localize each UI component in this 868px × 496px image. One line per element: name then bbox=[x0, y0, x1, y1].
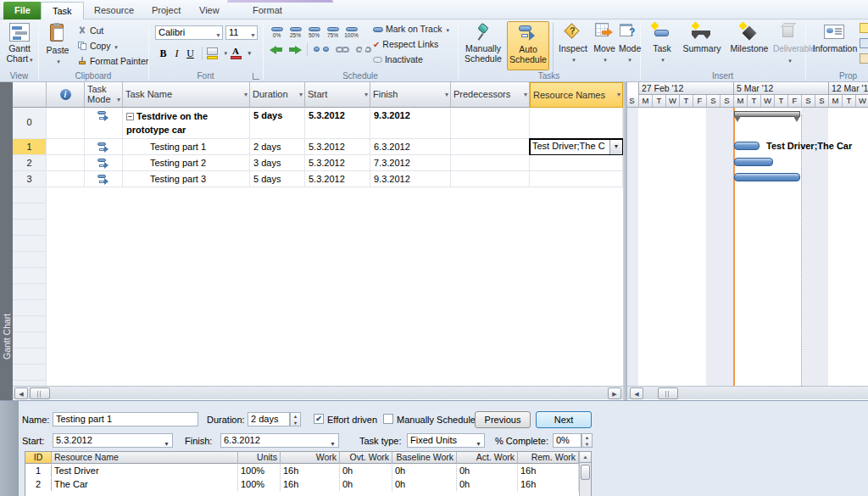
scroll-up-button[interactable]: ▲ bbox=[580, 452, 591, 463]
outdent-task-button[interactable] bbox=[270, 43, 283, 55]
start-cell[interactable]: 5.3.2012 bbox=[305, 139, 370, 155]
filter-arrow-icon[interactable]: ▾ bbox=[244, 90, 248, 100]
manually-scheduled-checkbox[interactable] bbox=[383, 414, 393, 424]
rg-units[interactable]: 100% bbox=[238, 478, 281, 491]
filter-arrow-icon[interactable]: ▾ bbox=[117, 95, 120, 105]
pct-100-button[interactable]: 100% bbox=[342, 23, 360, 37]
tab-view[interactable]: View bbox=[188, 2, 231, 20]
start-cell[interactable]: 5.3.2012 bbox=[305, 155, 370, 171]
copy-button[interactable]: Copy ▾ bbox=[78, 39, 118, 53]
details-icon[interactable] bbox=[860, 38, 868, 48]
font-dialog-launcher[interactable] bbox=[253, 73, 259, 80]
rg-header-baseline-work[interactable]: Baseline Work bbox=[392, 452, 457, 464]
filter-arrow-icon[interactable]: ▾ bbox=[445, 90, 448, 100]
rg-header-rem-work[interactable]: Rem. Work bbox=[518, 452, 579, 464]
info-column-header[interactable]: i bbox=[47, 82, 85, 108]
row-id-selected[interactable]: 1 bbox=[13, 139, 47, 155]
tab-format[interactable]: Format bbox=[242, 2, 293, 20]
start-cell[interactable]: 5.3.2012 bbox=[305, 171, 370, 187]
pct-50-button[interactable]: 50% bbox=[305, 23, 323, 37]
scrollbar-thumb[interactable] bbox=[658, 387, 678, 399]
rg-header-work[interactable]: Work bbox=[281, 452, 340, 464]
predecessors-cell[interactable] bbox=[451, 108, 530, 139]
notes-icon[interactable] bbox=[860, 23, 868, 33]
mode-button[interactable]: ? Mode ▾ bbox=[619, 21, 639, 70]
rg-header-resource-name[interactable]: Resource Name bbox=[52, 452, 238, 464]
unlink-tasks-button[interactable] bbox=[356, 43, 371, 55]
rg-act-work[interactable]: 0h bbox=[457, 478, 518, 491]
scroll-left-button[interactable]: ◀ bbox=[14, 387, 28, 399]
combo-arrow-icon[interactable]: ▼ bbox=[250, 29, 256, 42]
split-task-button[interactable] bbox=[314, 43, 329, 55]
task-name-cell[interactable]: Testing part 2 bbox=[123, 155, 250, 171]
pct-75-button[interactable]: 75% bbox=[324, 23, 342, 37]
scroll-right-button[interactable]: ▶ bbox=[608, 387, 621, 399]
format-painter-button[interactable]: Format Painter bbox=[78, 54, 148, 68]
row-id[interactable]: 0 bbox=[13, 108, 47, 139]
header-start[interactable]: Start ▾ bbox=[305, 82, 370, 108]
rg-header-units[interactable]: Units bbox=[238, 452, 281, 464]
header-task-mode[interactable]: Task Mode ▾ bbox=[85, 82, 123, 108]
pct-25-button[interactable]: 25% bbox=[287, 23, 304, 37]
inspect-button[interactable]: ? Inspect ▾ bbox=[556, 21, 590, 70]
resource-names-edit-cell[interactable]: Test Driver;The C ▼ bbox=[529, 138, 624, 156]
row-id[interactable]: 2 bbox=[13, 155, 47, 171]
rg-act-work[interactable]: 0h bbox=[457, 465, 518, 477]
header-finish[interactable]: Finish ▾ bbox=[370, 82, 451, 108]
rg-resource-name[interactable]: Test Driver bbox=[52, 465, 238, 477]
scroll-left-button[interactable]: ◀ bbox=[630, 387, 643, 399]
task-name-cell[interactable]: Testing part 1 bbox=[123, 139, 250, 155]
rg-ovt-work[interactable]: 0h bbox=[340, 465, 392, 477]
resource-cell[interactable] bbox=[530, 108, 623, 139]
font-family-combo[interactable]: Calibri ▼ bbox=[155, 25, 223, 40]
task-mode-cell[interactable] bbox=[85, 171, 123, 187]
task-gantt-bar[interactable] bbox=[734, 142, 760, 150]
duration-cell[interactable]: 5 days bbox=[250, 171, 305, 187]
mark-on-track-button[interactable]: Mark on Track ▾ bbox=[373, 22, 449, 36]
duration-input[interactable]: 2 days bbox=[248, 412, 290, 426]
duration-spinner[interactable]: ▲ ▼ bbox=[290, 412, 301, 426]
timeline-icon[interactable] bbox=[860, 53, 868, 64]
rg-work[interactable]: 16h bbox=[281, 478, 340, 491]
combo-arrow-icon[interactable]: ▼ bbox=[476, 437, 481, 450]
underline-button[interactable]: U bbox=[184, 47, 197, 60]
effort-driven-checkbox[interactable]: ✔ bbox=[314, 414, 324, 424]
insert-deliverable-button[interactable]: Deliverable ▾ bbox=[773, 21, 805, 70]
font-color-button[interactable]: A ▾ bbox=[231, 47, 251, 60]
finish-cell[interactable]: 9.3.2012 bbox=[370, 171, 451, 187]
duration-cell[interactable]: 5 days bbox=[250, 108, 305, 139]
rg-rem-work[interactable]: 16h bbox=[518, 465, 579, 477]
insert-task-button[interactable]: Task ▾ bbox=[646, 21, 678, 70]
rg-rem-work[interactable]: 16h bbox=[518, 478, 579, 491]
header-predecessors[interactable]: Predecessors ▾ bbox=[451, 82, 530, 108]
header-resource-names[interactable]: Resource Names ▾ bbox=[530, 82, 623, 108]
row-id[interactable]: 3 bbox=[13, 171, 47, 187]
filter-arrow-icon[interactable]: ▾ bbox=[299, 90, 303, 100]
resource-cell[interactable] bbox=[530, 155, 623, 171]
pct-complete-input[interactable]: 0% bbox=[553, 433, 581, 448]
respect-links-button[interactable]: ✔ Respect Links bbox=[373, 37, 438, 51]
summary-gantt-bar[interactable] bbox=[734, 111, 800, 117]
chevron-down-icon[interactable]: ▾ bbox=[224, 50, 227, 57]
chevron-down-icon[interactable]: ▾ bbox=[248, 50, 251, 57]
rg-baseline-work[interactable]: 0h bbox=[392, 478, 457, 491]
move-button[interactable]: Move ▾ bbox=[590, 21, 619, 70]
start-cell[interactable]: 5.3.2012 bbox=[305, 108, 370, 139]
link-tasks-button[interactable] bbox=[336, 43, 351, 55]
finish-cell[interactable]: 7.3.2012 bbox=[370, 155, 451, 171]
combo-arrow-icon[interactable]: ▼ bbox=[164, 437, 170, 450]
filter-arrow-icon[interactable]: ▾ bbox=[617, 90, 620, 100]
spin-down-icon[interactable]: ▼ bbox=[291, 420, 300, 426]
corner-header-cell[interactable] bbox=[13, 82, 47, 108]
inactivate-button[interactable]: Inactivate bbox=[373, 53, 423, 66]
finish-cell[interactable]: 9.3.2012 bbox=[370, 108, 451, 139]
task-name-cell[interactable]: −Testdrive on the prototype car bbox=[123, 108, 250, 139]
scrollbar-thumb[interactable] bbox=[30, 387, 50, 399]
font-size-combo[interactable]: 11 ▼ bbox=[225, 25, 258, 40]
rg-units[interactable]: 100% bbox=[238, 465, 281, 477]
name-input[interactable]: Testing part 1 bbox=[53, 412, 198, 426]
manually-schedule-button[interactable]: Manually Schedule bbox=[461, 21, 505, 70]
rg-header-id[interactable]: ID bbox=[25, 452, 52, 464]
filter-arrow-icon[interactable]: ▾ bbox=[364, 90, 368, 100]
resource-edit-dropdown[interactable]: ▼ bbox=[609, 140, 622, 154]
